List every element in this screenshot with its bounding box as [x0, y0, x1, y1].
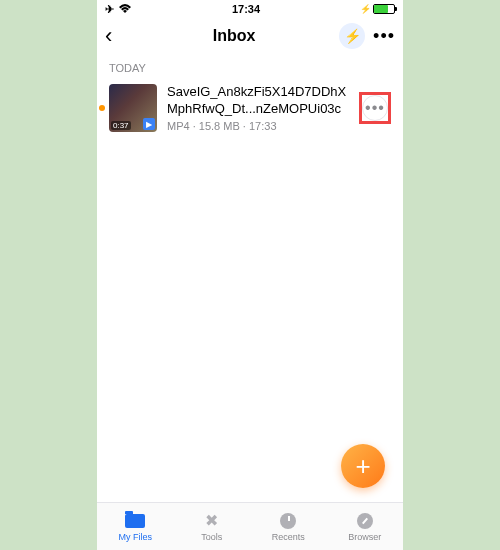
status-right: ⚡ [360, 4, 395, 14]
section-label: TODAY [97, 54, 403, 78]
page-title: Inbox [213, 27, 256, 45]
tab-label: Recents [272, 532, 305, 542]
tab-my-files[interactable]: My Files [97, 503, 174, 550]
tab-label: Tools [201, 532, 222, 542]
tab-bar: My Files ✖ Tools Recents Browser [97, 502, 403, 550]
nav-bar: ‹ Inbox ⚡ ••• [97, 18, 403, 54]
status-left: ✈ [105, 3, 132, 16]
unread-dot-icon [99, 105, 105, 111]
file-format: MP4 [167, 120, 190, 132]
file-row[interactable]: 0:37 ▶ SaveIG_An8kzFi5X14D7DDhXMphRfwQ_D… [97, 78, 403, 138]
file-time: 17:33 [249, 120, 277, 132]
tab-label: My Files [119, 532, 153, 542]
status-time: 17:34 [232, 3, 260, 15]
file-more-highlight: ••• [359, 92, 391, 124]
file-info: SaveIG_An8kzFi5X14D7DDhXMphRfwQ_Dt...nZe… [167, 84, 353, 132]
back-button[interactable]: ‹ [105, 23, 129, 49]
file-size: 15.8 MB [199, 120, 240, 132]
charging-icon: ⚡ [360, 4, 371, 14]
tab-browser[interactable]: Browser [327, 503, 404, 550]
file-thumbnail[interactable]: 0:37 ▶ [109, 84, 157, 132]
folder-icon [125, 514, 145, 528]
clock-icon [280, 513, 296, 529]
boost-button[interactable]: ⚡ [339, 23, 365, 49]
bolt-icon: ⚡ [344, 28, 361, 44]
wifi-icon [118, 4, 132, 14]
tab-label: Browser [348, 532, 381, 542]
content-area: + [97, 138, 403, 502]
compass-icon [357, 513, 373, 529]
tab-recents[interactable]: Recents [250, 503, 327, 550]
app-screen: ✈ 17:34 ⚡ ‹ Inbox ⚡ ••• TODAY 0:37 ▶ Sav… [97, 0, 403, 550]
play-icon: ▶ [143, 118, 155, 130]
video-duration: 0:37 [111, 121, 131, 130]
status-bar: ✈ 17:34 ⚡ [97, 0, 403, 18]
battery-icon [373, 4, 395, 14]
file-name: SaveIG_An8kzFi5X14D7DDhXMphRfwQ_Dt...nZe… [167, 84, 353, 118]
header-more-button[interactable]: ••• [373, 26, 395, 47]
add-button[interactable]: + [341, 444, 385, 488]
file-meta: MP4 · 15.8 MB · 17:33 [167, 120, 353, 132]
tab-tools[interactable]: ✖ Tools [174, 503, 251, 550]
file-more-button[interactable]: ••• [362, 95, 388, 121]
plus-icon: + [355, 451, 370, 482]
tools-icon: ✖ [201, 512, 223, 530]
airplane-icon: ✈ [105, 3, 114, 16]
